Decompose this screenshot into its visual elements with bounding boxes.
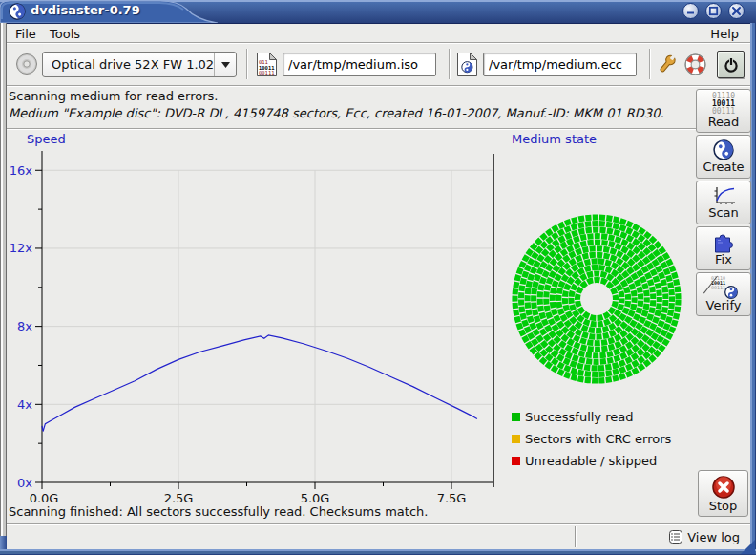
svg-text:7.5G: 7.5G xyxy=(437,491,467,505)
svg-text:0x: 0x xyxy=(17,476,32,490)
toolbar: Optical drive 52X FW 1.02 011 10011 0011… xyxy=(7,44,750,85)
legend-label: Sectors with CRC errors xyxy=(525,432,671,446)
svg-text:00111: 00111 xyxy=(259,70,275,75)
separator xyxy=(7,128,750,130)
legend-swatch-red xyxy=(512,457,520,465)
drive-select[interactable]: Optical drive 52X FW 1.02 xyxy=(42,52,237,77)
legend-label: Unreadable / skipped xyxy=(525,454,657,468)
legend-swatch-green xyxy=(512,413,520,421)
svg-text:4x: 4x xyxy=(17,397,32,412)
svg-text:2.5G: 2.5G xyxy=(164,491,194,505)
toolbar-separator xyxy=(649,49,651,79)
legend-swatch-yellow xyxy=(512,435,520,443)
app-icon xyxy=(9,3,26,20)
preferences-wrench-icon[interactable] xyxy=(656,53,679,75)
scan-button-label: Scan xyxy=(708,206,739,220)
fix-button[interactable]: Fix xyxy=(696,226,751,270)
legend-item: Unreadable / skipped xyxy=(512,450,671,472)
scan-button[interactable]: Scan xyxy=(696,181,751,224)
title-bar[interactable]: dvdisaster-0.79 xyxy=(0,0,756,24)
menu-tools[interactable]: Tools xyxy=(46,26,84,42)
log-icon xyxy=(668,529,683,544)
chevron-down-icon xyxy=(214,53,236,76)
app-window: dvdisaster-0.79 File Tools Help xyxy=(0,0,756,555)
action-status-line: Scanning medium for read errors. xyxy=(9,89,218,103)
bottom-bar-separator xyxy=(575,526,577,547)
read-button-label: Read xyxy=(708,116,740,129)
close-button[interactable] xyxy=(728,3,745,19)
view-log-button[interactable]: View log xyxy=(665,527,743,546)
svg-text:12x: 12x xyxy=(10,241,33,255)
create-icon xyxy=(713,139,734,160)
drive-select-value: Optical drive 52X FW 1.02 xyxy=(43,57,214,72)
fix-icon xyxy=(712,230,736,253)
svg-text:0.0G: 0.0G xyxy=(30,491,59,505)
power-icon xyxy=(723,56,740,74)
menu-file[interactable]: File xyxy=(11,26,40,42)
ecc-file-icon xyxy=(456,52,478,77)
fix-button-label: Fix xyxy=(715,253,732,267)
window-bottom-border xyxy=(0,549,756,555)
verify-icon: 011101001100111 xyxy=(709,276,738,299)
minimize-button[interactable] xyxy=(682,3,699,19)
iso-file-icon: 011 10011 00111 xyxy=(256,52,278,77)
speed-chart-title: Speed xyxy=(27,132,66,146)
speed-chart: 0x4x8x12x16x0.0G2.5G5.0G7.5G xyxy=(0,148,498,506)
legend-item: Sectors with CRC errors xyxy=(512,428,671,450)
read-button[interactable]: 011101001100111 Read xyxy=(696,89,751,133)
toolbar-separator xyxy=(449,49,451,79)
maximize-button[interactable] xyxy=(705,3,722,19)
help-lifesaver-icon[interactable] xyxy=(683,53,707,76)
scan-result-status: Scanning finished: All sectors successfu… xyxy=(9,504,428,519)
stop-button[interactable]: Stop xyxy=(698,470,748,517)
exit-button[interactable] xyxy=(717,51,745,78)
ecc-path-input[interactable] xyxy=(483,53,637,76)
maximize-icon xyxy=(708,6,719,16)
stop-icon xyxy=(711,475,736,500)
window-title: dvdisaster-0.79 xyxy=(31,3,140,17)
minimize-icon xyxy=(685,6,696,16)
read-icon: 011101001100111 xyxy=(712,93,735,116)
svg-text:5.0G: 5.0G xyxy=(301,491,330,505)
create-button-label: Create xyxy=(703,160,744,174)
iso-path-input[interactable] xyxy=(283,53,436,76)
menu-bar: File Tools Help xyxy=(7,24,750,44)
legend-item: Successfully read xyxy=(512,406,671,428)
medium-state-disc xyxy=(494,151,697,395)
svg-text:16x: 16x xyxy=(10,163,33,178)
bottom-bar: View log xyxy=(7,525,750,549)
create-button[interactable]: Create xyxy=(696,135,751,179)
toolbar-separator xyxy=(246,49,248,79)
view-log-label: View log xyxy=(687,530,740,544)
separator xyxy=(7,85,750,87)
medium-state-title: Medium state xyxy=(512,132,597,146)
scan-icon xyxy=(711,185,737,206)
medium-info-line: Medium "Example disc": DVD-R DL, 4159748… xyxy=(9,106,664,120)
optical-drive-icon xyxy=(15,53,38,75)
verify-button-label: Verify xyxy=(706,299,742,312)
verify-button[interactable]: 011101001100111 Verify xyxy=(696,272,751,316)
close-icon xyxy=(731,6,742,16)
svg-text:8x: 8x xyxy=(17,319,32,333)
resize-grip[interactable] xyxy=(741,540,755,554)
menu-help[interactable]: Help xyxy=(706,26,743,42)
medium-state-legend: Successfully read Sectors with CRC error… xyxy=(512,406,671,472)
legend-label: Successfully read xyxy=(525,410,633,424)
stop-button-label: Stop xyxy=(709,500,738,513)
